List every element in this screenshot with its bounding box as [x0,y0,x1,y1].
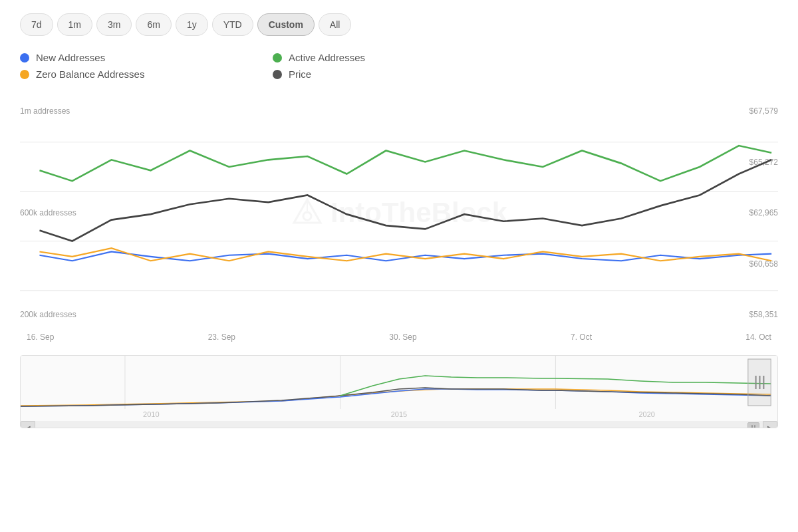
btn-7d[interactable]: 7d [20,13,53,36]
btn-ytd[interactable]: YTD [212,13,253,36]
chart-wrapper: 1m addresses 600k addresses 200k address… [20,100,778,428]
zero-balance-dot [20,70,29,79]
legend-zero-balance-label: Zero Balance Addresses [36,68,144,80]
legend-price-label: Price [289,68,311,80]
mini-x-labels: 2010 2015 2020 [21,409,777,420]
active-addresses-dot [273,53,282,63]
btn-all[interactable]: All [319,13,352,36]
active-addresses-line [39,146,771,181]
btn-custom[interactable]: Custom [257,13,315,36]
main-chart-svg [20,100,778,326]
x-label-2: 30. Sep [389,332,416,342]
legend-new-addresses[interactable]: New Addresses [20,52,233,63]
scrollbar[interactable]: ◀ ▶ [21,421,777,428]
legend-active-addresses[interactable]: Active Addresses [273,52,485,63]
legend-new-addresses-label: New Addresses [36,52,105,63]
scroll-right-button[interactable]: ▶ [763,421,777,428]
btn-1m[interactable]: 1m [57,13,92,36]
legend-price[interactable]: Price [273,68,485,80]
handle-line-2 [754,425,755,428]
scrollbar-handle[interactable] [747,422,759,428]
mini-chart-svg [21,356,777,409]
mini-chart-container: 2010 2015 2020 ◀ ▶ [20,355,778,428]
btn-6m[interactable]: 6m [136,13,171,36]
price-line [39,160,771,241]
scrollbar-track[interactable] [35,421,763,428]
x-axis: 16. Sep 23. Sep 30. Sep 7. Oct 14. Oct [20,332,778,342]
btn-1y[interactable]: 1y [176,13,208,36]
x-label-3: 7. Oct [571,332,592,342]
x-label-4: 14. Oct [745,332,771,342]
x-label-0: 16. Sep [27,332,54,342]
handle-line-1 [751,425,753,428]
legend-zero-balance[interactable]: Zero Balance Addresses [20,68,233,80]
main-chart-area: 1m addresses 600k addresses 200k address… [20,100,778,326]
legend-active-addresses-label: Active Addresses [289,52,365,63]
mini-x-label-2: 2020 [638,410,654,418]
btn-3m[interactable]: 3m [96,13,132,36]
mini-x-label-1: 2015 [391,410,407,418]
mini-x-label-0: 2010 [143,410,159,418]
x-label-1: 23. Sep [208,332,235,342]
zero-balance-line [39,248,771,261]
price-dot [273,70,282,79]
scroll-left-button[interactable]: ◀ [21,421,35,428]
chart-legend: New Addresses Active Addresses Zero Bala… [20,52,485,80]
time-range-selector: 7d 1m 3m 6m 1y YTD Custom All [20,13,778,36]
new-addresses-dot [20,53,29,63]
